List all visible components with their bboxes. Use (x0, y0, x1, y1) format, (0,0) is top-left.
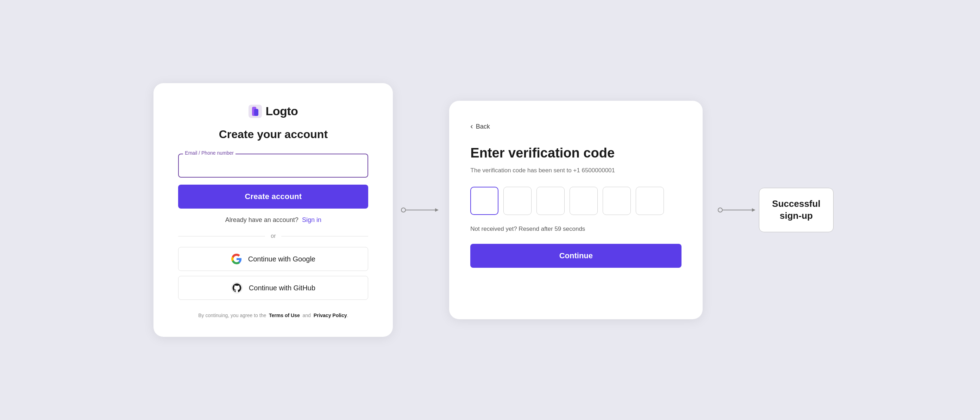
back-chevron-icon: ‹ (470, 122, 473, 131)
google-signin-button[interactable]: Continue with Google (178, 247, 368, 271)
back-button[interactable]: ‹ Back (470, 122, 490, 131)
privacy-policy-link[interactable]: Privacy Policy (313, 313, 347, 318)
email-phone-input[interactable] (178, 153, 368, 177)
logto-logo-icon (248, 105, 262, 118)
verification-title: Enter verification code (470, 145, 615, 161)
verification-subtitle: The verification code has been sent to +… (470, 167, 615, 174)
verification-card: ‹ Back Enter verification code The verif… (449, 101, 703, 319)
terms-text: By continuing, you agree to the Terms of… (198, 312, 348, 319)
code-input-group (470, 187, 664, 215)
success-line2: sign-up (780, 210, 813, 221)
signin-prompt: Already have an account? Sign in (225, 216, 321, 224)
svg-marker-9 (752, 208, 756, 212)
google-btn-label: Continue with Google (248, 255, 315, 263)
back-label: Back (476, 123, 490, 130)
flow-arrow-2 (717, 205, 759, 215)
continue-button[interactable]: Continue (470, 244, 681, 268)
arrow-connector-1 (393, 205, 449, 215)
divider-line-left (178, 236, 265, 236)
svg-point-4 (401, 208, 406, 212)
signin-link[interactable]: Sign in (302, 216, 321, 224)
or-divider: or (178, 233, 368, 239)
svg-point-7 (718, 208, 722, 212)
success-line1: Successful (772, 198, 820, 209)
code-box-3[interactable] (536, 187, 565, 215)
code-box-6[interactable] (636, 187, 664, 215)
code-box-1[interactable] (470, 187, 498, 215)
code-box-5[interactable] (603, 187, 631, 215)
resend-text: Not received yet? Resend after 59 second… (470, 225, 585, 233)
google-icon (231, 254, 242, 264)
create-account-button[interactable]: Create account (178, 185, 368, 209)
github-btn-label: Continue with GitHub (249, 284, 315, 292)
logo-area: Logto (248, 104, 298, 118)
svg-rect-2 (254, 109, 258, 116)
main-layout: Logto Create your account Email / Phone … (0, 0, 980, 420)
svg-marker-6 (435, 208, 439, 212)
code-box-2[interactable] (503, 187, 531, 215)
github-signin-button[interactable]: Continue with GitHub (178, 276, 368, 300)
email-phone-group: Email / Phone number (178, 153, 368, 177)
divider-line-right (281, 236, 368, 236)
arrow-connector-2 (717, 205, 759, 215)
github-icon (231, 282, 243, 294)
input-label: Email / Phone number (183, 150, 235, 156)
logo-text: Logto (266, 104, 298, 118)
flow-arrow-1 (400, 205, 442, 215)
terms-of-use-link[interactable]: Terms of Use (269, 313, 300, 318)
code-box-4[interactable] (570, 187, 598, 215)
page-title: Create your account (219, 128, 328, 141)
or-text: or (271, 233, 275, 239)
success-box: Successful sign-up (759, 188, 833, 232)
signup-card: Logto Create your account Email / Phone … (153, 83, 393, 337)
